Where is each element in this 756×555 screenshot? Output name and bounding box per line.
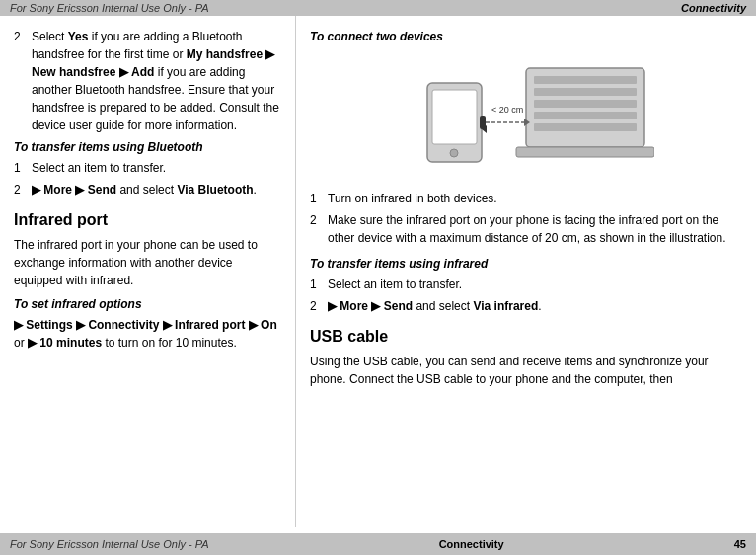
arrow-settings: ▶	[14, 318, 23, 332]
transfer-infrared-item-2: 2 ▶ More ▶ Send and select Via infrared.	[310, 297, 742, 315]
svg-rect-4	[534, 112, 637, 119]
connect-step-1-text: Turn on infrared in both devices.	[328, 190, 497, 207]
arrow-infrared-port: ▶	[163, 318, 172, 332]
svg-rect-1	[534, 76, 637, 84]
item-2-text: Select Yes if you are adding a Bluetooth…	[32, 28, 281, 134]
item-2-number: 2	[14, 28, 32, 134]
via-bluetooth-text: Via Bluetooth	[177, 183, 253, 197]
my-handsfree-text: My handsfree	[187, 47, 263, 61]
infrared-body: The infrared port in your phone can be u…	[14, 236, 281, 289]
add-text: Add	[131, 65, 154, 79]
connect-step-1: 1 Turn on infrared in both devices.	[310, 190, 742, 207]
usb-body: Using the USB cable, you can send and re…	[310, 353, 742, 388]
arrow-more: ▶	[32, 183, 40, 197]
header-right: Connectivity	[681, 2, 746, 14]
svg-rect-6	[516, 147, 654, 157]
svg-point-9	[450, 149, 458, 157]
ten-minutes-text: 10 minutes	[39, 336, 102, 350]
connectivity-text: Connectivity	[88, 318, 159, 332]
transfer-bluetooth-heading: To transfer items using Bluetooth	[14, 138, 281, 156]
transfer-item-1-number: 1	[14, 159, 32, 177]
footer-page-number: 45	[734, 538, 746, 550]
transfer-infrared-item-2-text: ▶ More ▶ Send and select Via infrared.	[328, 297, 542, 315]
arrow-10min: ▶	[28, 336, 37, 350]
new-handsfree-text: New handsfree	[32, 65, 115, 79]
infrared-port-text: Infrared port	[175, 318, 245, 332]
svg-text:< 20 cm: < 20 cm	[491, 105, 523, 115]
connect-step-2-number: 2	[310, 211, 328, 247]
main-content: 2 Select Yes if you are adding a Bluetoo…	[0, 16, 756, 527]
footer-connectivity: Connectivity	[439, 538, 504, 550]
device-illustration: < 20 cm	[398, 58, 654, 177]
yes-text: Yes	[68, 30, 89, 43]
settings-text: Settings	[26, 318, 72, 332]
infrared-port-heading: Infrared port	[14, 208, 281, 232]
connect-step-2-text: Make sure the infrared port on your phon…	[328, 211, 742, 247]
illustration-area: < 20 cm	[398, 53, 654, 182]
connect-step-1-number: 1	[310, 190, 328, 207]
more-infrared-text: More	[340, 299, 368, 313]
right-column: To connect two devices	[296, 16, 756, 527]
header-left: For Sony Ericsson Internal Use Only - PA	[10, 2, 209, 14]
transfer-item-1: 1 Select an item to transfer.	[14, 159, 281, 177]
connect-two-devices-heading: To connect two devices	[310, 28, 742, 45]
arrow-1: ▶	[265, 47, 274, 61]
send-infrared-text: Send	[384, 299, 413, 313]
more-text: More	[43, 183, 72, 197]
arrow-2: ▶	[119, 65, 128, 79]
svg-rect-5	[534, 123, 637, 131]
transfer-infrared-item-1: 1 Select an item to transfer.	[310, 276, 742, 293]
transfer-item-2-text: ▶ More ▶ Send and select Via Bluetooth.	[32, 181, 257, 198]
transfer-item-1-text: Select an item to transfer.	[32, 159, 166, 177]
arrow-on: ▶	[249, 318, 258, 332]
header-bar: For Sony Ericsson Internal Use Only - PA…	[0, 0, 756, 16]
left-column: 2 Select Yes if you are adding a Bluetoo…	[0, 16, 296, 527]
set-infrared-heading: To set infrared options	[14, 295, 281, 313]
usb-cable-heading: USB cable	[310, 325, 742, 349]
arrow-send: ▶	[75, 183, 84, 197]
footer-left: For Sony Ericsson Internal Use Only - PA	[10, 538, 209, 550]
transfer-infrared-item-2-number: 2	[310, 297, 328, 315]
arrow-send-infrared: ▶	[371, 299, 380, 313]
arrow-connectivity: ▶	[76, 318, 85, 332]
transfer-infrared-heading: To transfer items using infrared	[310, 255, 742, 273]
connect-step-2: 2 Make sure the infrared port on your ph…	[310, 211, 742, 247]
via-infrared-text: Via infrared	[473, 299, 538, 313]
transfer-infrared-item-1-text: Select an item to transfer.	[328, 276, 462, 293]
set-infrared-path: ▶ Settings ▶ Connectivity ▶ Infrared por…	[14, 316, 281, 352]
footer-bar: For Sony Ericsson Internal Use Only - PA…	[0, 533, 756, 555]
transfer-infrared-item-1-number: 1	[310, 276, 328, 293]
transfer-item-2: 2 ▶ More ▶ Send and select Via Bluetooth…	[14, 181, 281, 198]
send-text: Send	[88, 183, 116, 197]
svg-rect-2	[534, 88, 637, 96]
item-2: 2 Select Yes if you are adding a Bluetoo…	[14, 28, 281, 134]
arrow-more-infrared: ▶	[328, 299, 337, 313]
transfer-item-2-number: 2	[14, 181, 32, 198]
on-text: On	[261, 318, 277, 332]
svg-rect-8	[432, 90, 477, 144]
svg-rect-3	[534, 100, 637, 108]
